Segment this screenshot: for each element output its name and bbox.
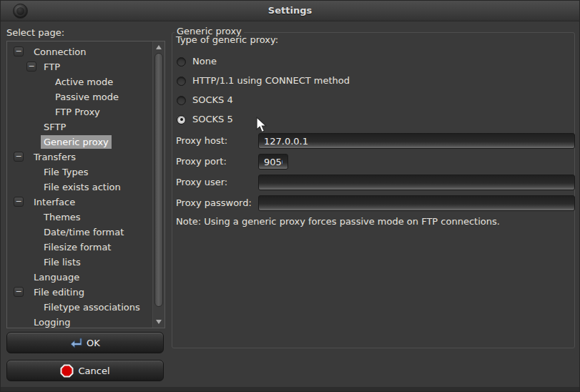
tree-item-active-mode[interactable]: Active mode <box>7 74 164 89</box>
radio-label[interactable]: None <box>192 57 217 67</box>
tree-item-label[interactable]: FTP Proxy <box>52 105 103 119</box>
tree-item-filetype-associations[interactable]: Filetype associations <box>7 300 164 315</box>
tree-item-label[interactable]: SFTP <box>41 120 69 134</box>
ok-button[interactable]: OK <box>6 332 164 353</box>
cancel-button-label: Cancel <box>78 366 109 376</box>
tree-item-label[interactable]: Language <box>31 270 82 284</box>
scroll-down-icon[interactable] <box>156 320 162 324</box>
proxy-password--input[interactable] <box>258 195 575 211</box>
tree-item-label[interactable]: Filetype associations <box>41 300 143 314</box>
settings-window: Settings Select page: −Connection−FTPAct… <box>0 0 580 392</box>
tree-scrollbar[interactable] <box>152 41 164 328</box>
tree-item-file-exists-action[interactable]: File exists action <box>7 180 164 195</box>
tree-item-ftp-proxy[interactable]: FTP Proxy <box>7 104 164 119</box>
tree-item-ftp[interactable]: −FTP <box>7 59 164 74</box>
tree-item-label[interactable]: Filesize format <box>41 240 114 254</box>
tree-item-label[interactable]: Themes <box>41 210 84 224</box>
collapse-icon[interactable]: − <box>26 62 36 72</box>
tree-item-label[interactable]: Transfers <box>31 150 79 164</box>
radio-unselected-icon[interactable] <box>177 96 186 105</box>
tree-item-label[interactable]: Date/time format <box>41 225 127 239</box>
select-page-label: Select page: <box>6 27 64 38</box>
tree-item-date-time-format[interactable]: Date/time format <box>7 225 164 240</box>
ok-button-label: OK <box>87 338 100 348</box>
radio-selected-icon[interactable] <box>177 115 186 124</box>
settings-tree: −Connection−FTPActive modePassive modeFT… <box>6 41 165 328</box>
tree-item-label[interactable]: File editing <box>31 285 87 299</box>
radio-label[interactable]: HTTP/1.1 using CONNECT method <box>192 76 350 86</box>
tree-item-sftp[interactable]: SFTP <box>7 119 164 134</box>
collapse-icon[interactable]: − <box>14 287 24 297</box>
field-label: Proxy user: <box>176 175 227 190</box>
return-arrow-icon <box>70 338 82 348</box>
tree-item-label[interactable]: Connection <box>31 45 89 59</box>
type-of-proxy-label: Type of generic proxy: <box>176 34 278 45</box>
tree-item-label[interactable]: Interface <box>31 195 78 209</box>
tree-item-label[interactable]: FTP <box>41 60 63 74</box>
tree-item-label[interactable]: Passive mode <box>52 90 122 104</box>
proxy-port--input[interactable] <box>258 154 288 170</box>
tree-item-language[interactable]: Language <box>7 270 164 285</box>
tree-item-file-lists[interactable]: File lists <box>7 255 164 270</box>
tree-item-logging[interactable]: Logging <box>7 315 164 328</box>
tree-item-file-types[interactable]: File Types <box>7 165 164 180</box>
window-title: Settings <box>1 1 579 21</box>
tree-item-label[interactable]: File lists <box>41 255 84 269</box>
close-icon[interactable] <box>13 4 28 19</box>
mouse-cursor <box>255 117 270 136</box>
tree-item-filesize-format[interactable]: Filesize format <box>7 240 164 255</box>
tree-item-label[interactable]: Active mode <box>52 75 116 89</box>
titlebar[interactable]: Settings <box>1 1 579 21</box>
tree-item-label[interactable]: File Types <box>41 165 92 179</box>
tree-item-interface[interactable]: −Interface <box>7 195 164 210</box>
tree-item-file-editing[interactable]: −File editing <box>7 285 164 300</box>
window-bottom-edge <box>1 387 579 391</box>
note-label: Note: Using a generic proxy forces passi… <box>176 216 500 227</box>
tree-item-themes[interactable]: Themes <box>7 210 164 225</box>
stop-icon <box>60 364 74 378</box>
radio-label[interactable]: SOCKS 4 <box>192 95 233 105</box>
scrollbar-thumb[interactable] <box>154 53 163 307</box>
field-label: Proxy password: <box>176 195 252 211</box>
tree-item-transfers[interactable]: −Transfers <box>7 150 164 165</box>
radio-http-1-1-using-connect-method[interactable]: HTTP/1.1 using CONNECT method <box>177 74 350 88</box>
field-label: Proxy host: <box>176 133 227 149</box>
tree-item-label[interactable]: Generic proxy <box>41 135 112 149</box>
scroll-up-icon[interactable] <box>156 45 162 49</box>
radio-label[interactable]: SOCKS 5 <box>192 114 233 124</box>
proxy-user--input[interactable] <box>258 175 575 190</box>
tree-item-passive-mode[interactable]: Passive mode <box>7 89 164 104</box>
generic-proxy-group: Generic proxy Type of generic proxy: Non… <box>172 32 575 348</box>
cancel-button[interactable]: Cancel <box>6 360 164 381</box>
tree-item-label[interactable]: Logging <box>31 315 74 328</box>
radio-unselected-icon[interactable] <box>177 77 186 86</box>
proxy-host--input[interactable] <box>258 133 575 149</box>
radio-unselected-icon[interactable] <box>177 57 186 67</box>
radio-socks-4[interactable]: SOCKS 4 <box>177 93 233 107</box>
collapse-icon[interactable]: − <box>14 197 24 207</box>
field-label: Proxy port: <box>176 154 227 170</box>
tree-item-label[interactable]: File exists action <box>41 180 124 194</box>
radio-none[interactable]: None <box>177 54 217 69</box>
tree-item-connection[interactable]: −Connection <box>7 44 164 59</box>
tree-item-generic-proxy[interactable]: Generic proxy <box>7 134 164 150</box>
collapse-icon[interactable]: − <box>14 46 24 57</box>
radio-socks-5[interactable]: SOCKS 5 <box>177 112 233 127</box>
collapse-icon[interactable]: − <box>14 152 24 162</box>
